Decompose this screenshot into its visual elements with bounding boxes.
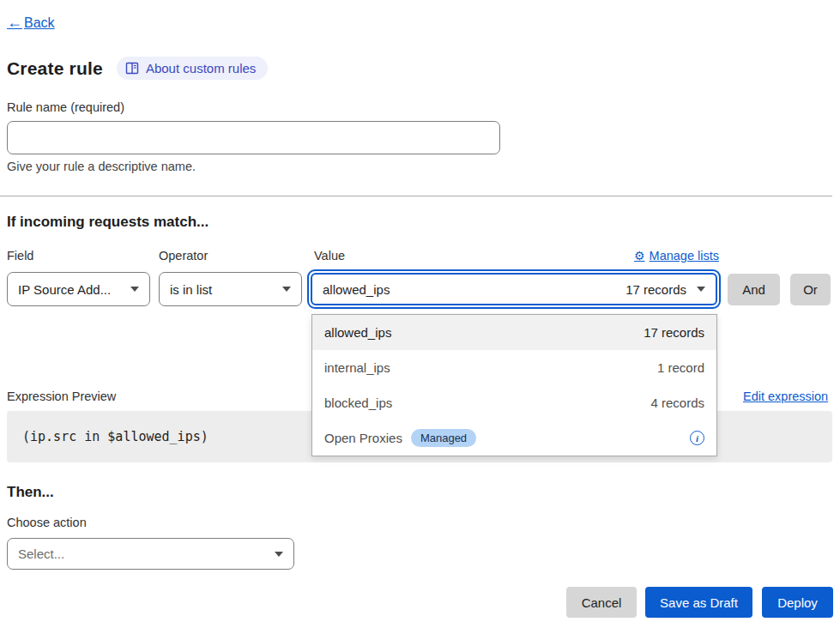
value-combobox[interactable]: allowed_ips 17 records — [311, 273, 717, 305]
action-select-placeholder: Select... — [18, 546, 64, 561]
about-custom-rules-link[interactable]: About custom rules — [117, 57, 268, 80]
chevron-down-icon — [282, 287, 291, 292]
expression-preview-label: Expression Preview — [7, 389, 116, 403]
operator-select-value: is in list — [170, 282, 212, 297]
cancel-button[interactable]: Cancel — [566, 587, 637, 618]
field-select-value: IP Source Add... — [18, 282, 111, 297]
list-option-name: internal_ips — [324, 360, 390, 375]
list-option-detail: 4 records — [650, 395, 704, 410]
chevron-down-icon — [130, 287, 139, 292]
list-option-name: Open Proxies — [324, 431, 402, 445]
managed-badge: Managed — [411, 429, 476, 447]
rule-name-label: Rule name (required) — [7, 100, 124, 114]
list-option-open-proxies[interactable]: Open Proxies Managed i — [312, 420, 716, 456]
and-button[interactable]: And — [728, 274, 780, 305]
list-option-detail: 17 records — [644, 325, 704, 340]
chevron-down-icon — [697, 287, 705, 292]
save-as-draft-button[interactable]: Save as Draft — [645, 587, 752, 618]
chevron-down-icon — [275, 552, 283, 557]
deploy-button[interactable]: Deploy — [762, 587, 833, 618]
create-rule-page: ←Back Create rule About custom rules Rul… — [0, 0, 840, 634]
list-option-detail: 1 record — [657, 360, 704, 375]
action-select[interactable]: Select... — [7, 538, 294, 570]
operator-select[interactable]: is in list — [159, 272, 302, 306]
or-button[interactable]: Or — [790, 274, 831, 305]
value-combobox-records: 17 records — [625, 282, 686, 297]
then-section-heading: Then... — [7, 484, 54, 501]
expression-code: (ip.src in $allowed_ips) — [22, 429, 208, 444]
back-arrow-icon: ← — [7, 14, 22, 32]
book-icon — [125, 62, 139, 75]
field-select[interactable]: IP Source Add... — [7, 272, 150, 306]
list-option-name: blocked_ips — [324, 395, 392, 410]
value-label: Value — [314, 249, 345, 263]
title-row: Create rule About custom rules — [7, 57, 268, 80]
field-label: Field — [7, 249, 33, 263]
operator-label: Operator — [159, 249, 208, 263]
gear-icon: ⚙ — [634, 249, 645, 263]
edit-expression-link[interactable]: Edit expression — [743, 389, 828, 403]
page-title: Create rule — [7, 58, 103, 79]
value-combobox-focus-ring: allowed_ips 17 records — [307, 269, 721, 309]
list-option-blocked-ips[interactable]: blocked_ips 4 records — [312, 385, 716, 420]
about-badge-label: About custom rules — [146, 61, 256, 75]
list-option-allowed-ips[interactable]: allowed_ips 17 records — [312, 315, 716, 350]
info-icon[interactable]: i — [690, 431, 704, 445]
section-divider — [0, 196, 832, 196]
rule-name-input[interactable] — [7, 121, 500, 154]
back-link[interactable]: ←Back — [7, 14, 55, 32]
value-dropdown-panel: allowed_ips 17 records internal_ips 1 re… — [311, 314, 717, 456]
rule-name-helper: Give your rule a descriptive name. — [7, 160, 196, 173]
list-option-name: allowed_ips — [324, 325, 391, 340]
value-combobox-text: allowed_ips — [323, 282, 390, 297]
manage-lists-link[interactable]: ⚙Manage lists — [626, 249, 719, 263]
choose-action-label: Choose action — [7, 516, 87, 529]
match-section-heading: If incoming requests match... — [7, 214, 208, 231]
back-link-label: Back — [24, 15, 55, 31]
list-option-internal-ips[interactable]: internal_ips 1 record — [312, 350, 716, 385]
manage-lists-label: Manage lists — [650, 249, 719, 263]
